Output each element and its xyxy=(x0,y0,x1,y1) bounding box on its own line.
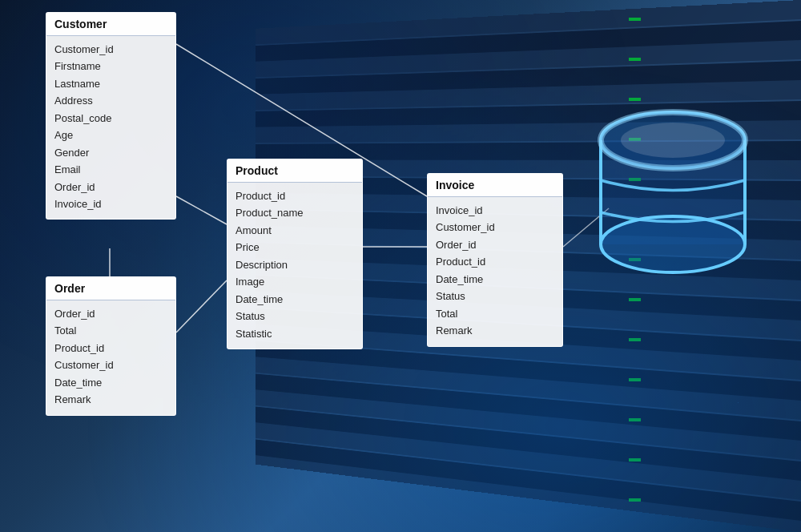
field-total: Total xyxy=(436,305,554,322)
svg-point-11 xyxy=(601,216,745,272)
invoice-table-body: Invoice_id Customer_id Order_id Product_… xyxy=(428,197,562,346)
field-order-id: Order_id xyxy=(54,179,167,195)
product-table-body: Product_id Product_name Amount Price Des… xyxy=(227,183,362,349)
field-lastname: Lastname xyxy=(54,75,167,92)
field-product-id: Product_id xyxy=(54,340,167,357)
field-status: Status xyxy=(436,288,554,304)
order-table-header: Order xyxy=(46,277,175,300)
order-table: Order Order_id Total Product_id Customer… xyxy=(46,276,176,416)
field-total: Total xyxy=(54,322,167,339)
field-customer-id: Customer_id xyxy=(54,41,167,58)
field-age: Age xyxy=(54,127,167,143)
field-remark: Remark xyxy=(54,391,167,408)
field-customer-id: Customer_id xyxy=(54,357,167,373)
field-firstname: Firstname xyxy=(54,58,167,75)
product-table: Product Product_id Product_name Amount P… xyxy=(227,159,363,349)
field-order-id: Order_id xyxy=(436,236,554,253)
invoice-table: Invoice Invoice_id Customer_id Order_id … xyxy=(427,173,563,347)
product-table-header: Product xyxy=(227,159,362,183)
field-product-name: Product_name xyxy=(235,204,354,221)
invoice-table-header: Invoice xyxy=(428,174,562,197)
field-date-time: Date_time xyxy=(54,374,167,391)
order-table-body: Order_id Total Product_id Customer_id Da… xyxy=(46,300,175,415)
field-product-id: Product_id xyxy=(436,253,554,270)
field-statistic: Statistic xyxy=(235,325,354,342)
database-icon xyxy=(593,104,753,280)
field-price: Price xyxy=(235,239,354,256)
field-remark: Remark xyxy=(436,322,554,339)
customer-table-body: Customer_id Firstname Lastname Address P… xyxy=(46,36,175,219)
field-date-time: Date_time xyxy=(436,271,554,288)
field-image: Image xyxy=(235,273,354,290)
svg-line-0 xyxy=(176,196,227,224)
field-product-id: Product_id xyxy=(235,187,354,204)
svg-point-12 xyxy=(621,123,725,158)
field-status: Status xyxy=(235,308,354,324)
customer-table-header: Customer xyxy=(46,13,175,36)
field-email: Email xyxy=(54,161,167,178)
field-gender: Gender xyxy=(54,144,167,161)
field-amount: Amount xyxy=(235,222,354,239)
diagram-container: Customer Customer_id Firstname Lastname … xyxy=(0,0,801,532)
field-description: Description xyxy=(235,256,354,273)
field-postal-code: Postal_code xyxy=(54,110,167,127)
customer-table: Customer Customer_id Firstname Lastname … xyxy=(46,12,176,220)
field-address: Address xyxy=(54,92,167,109)
field-customer-id: Customer_id xyxy=(436,219,554,236)
field-order-id: Order_id xyxy=(54,305,167,322)
field-invoice-id: Invoice_id xyxy=(436,202,554,219)
field-invoice-id: Invoice_id xyxy=(54,195,167,212)
field-date-time: Date_time xyxy=(235,291,354,308)
svg-line-4 xyxy=(176,280,227,332)
